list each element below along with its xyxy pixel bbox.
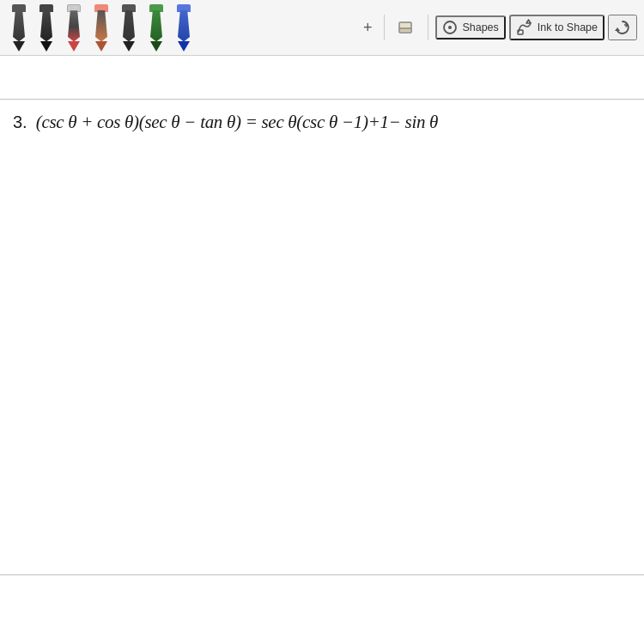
pen-tool-2[interactable]: [34, 4, 58, 52]
pen-tip-2: [40, 41, 52, 52]
plus-icon: +: [363, 19, 373, 37]
pen-tool-5[interactable]: [117, 4, 141, 52]
pen-tools-group: [7, 4, 355, 52]
content-area: 3. (csc θ + cos θ)(sec θ − tan θ) = sec …: [0, 56, 644, 644]
pen-tip-3: [68, 41, 80, 52]
pen-tool-3[interactable]: [62, 4, 86, 52]
separator-1: [384, 15, 385, 40]
pen-tip-7: [178, 41, 190, 52]
toolbar: + Shapes Ink t: [0, 0, 644, 56]
svg-rect-1: [399, 28, 411, 33]
shapes-label: Shapes: [462, 21, 498, 33]
ruled-page: [0, 99, 644, 644]
replay-button[interactable]: [608, 15, 637, 40]
pen-body-3: [68, 10, 80, 41]
pen-tool-1[interactable]: [7, 4, 31, 52]
pen-tool-7[interactable]: [172, 4, 196, 52]
pen-body-4: [95, 10, 107, 41]
pen-tool-6[interactable]: [144, 4, 168, 52]
ink-to-shape-button[interactable]: Ink to Shape: [509, 15, 605, 40]
pen-body-5: [123, 10, 135, 41]
eraser-icon: [397, 18, 416, 37]
pen-tip-4: [95, 41, 107, 52]
problem-number: 3.: [13, 112, 27, 132]
math-equation: (csc θ + cos θ)(sec θ − tan θ) = sec θ(c…: [36, 112, 438, 133]
pen-body-2: [40, 10, 52, 41]
ink-to-shape-label: Ink to Shape: [538, 21, 598, 33]
svg-point-4: [448, 26, 452, 29]
pen-tip-6: [150, 41, 162, 52]
ink-to-shape-icon: [516, 19, 533, 36]
pen-tool-4[interactable]: [89, 4, 113, 52]
separator-2: [428, 15, 428, 40]
app-container: + Shapes Ink t: [0, 0, 644, 644]
eraser-button[interactable]: [392, 15, 421, 40]
pen-tip-1: [13, 41, 25, 52]
pen-body-6: [150, 10, 162, 41]
svg-marker-6: [526, 20, 531, 23]
rule-line-bottom: [0, 574, 644, 575]
math-equation-container: 3. (csc θ + cos θ)(sec θ − tan θ) = sec …: [13, 112, 438, 133]
add-pen-button[interactable]: +: [358, 15, 378, 40]
shapes-icon: [442, 20, 458, 35]
pen-body-7: [178, 10, 190, 41]
pen-body-1: [13, 10, 25, 41]
svg-marker-7: [615, 27, 620, 31]
rule-line-top: [0, 99, 644, 100]
replay-icon: [614, 19, 631, 36]
shapes-button[interactable]: Shapes: [435, 15, 505, 39]
pen-tip-5: [123, 41, 135, 52]
